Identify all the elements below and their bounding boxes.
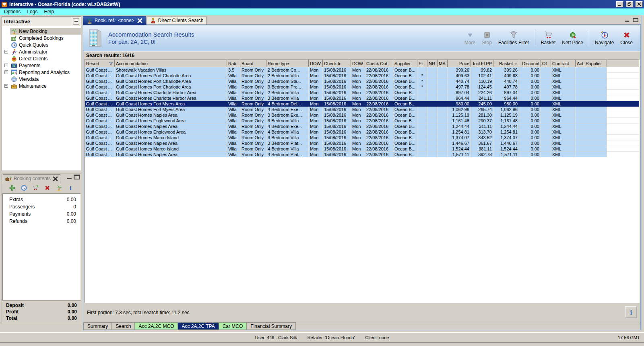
column-header-resort[interactable]: Resort (85, 60, 115, 67)
sidebar-item-new-booking[interactable]: New Booking (2, 28, 81, 35)
bottom-tab-search[interactable]: Search (112, 322, 135, 330)
sidebar-item-reporting-and-analytics[interactable]: +Reporting and Analytics (2, 69, 81, 76)
result-row[interactable]: Gulf Coast ...Gulf Coast Homes Englewood… (85, 129, 639, 135)
close-window-button[interactable] (636, 1, 643, 7)
plus-icon[interactable] (9, 185, 16, 191)
quick-quotes-icon[interactable] (21, 185, 27, 191)
result-row[interactable]: Gulf Coast ...Gulf Coast Homes Port Char… (85, 73, 639, 78)
tab-direct-clients-search[interactable]: Direct Clients Search (147, 16, 207, 25)
basket-button[interactable]: Basket (538, 30, 559, 46)
close-tab-icon[interactable] (137, 18, 143, 23)
minimize-view-button[interactable] (625, 17, 630, 23)
facilities-filter-button[interactable]: Facilities Filter (495, 30, 532, 46)
cell-of (541, 78, 551, 84)
bottom-tab-car-mco[interactable]: Car MCO (219, 322, 247, 330)
cell-rati: Villa (227, 124, 240, 129)
delete-icon[interactable] (44, 185, 51, 191)
column-label: Of (542, 61, 547, 66)
column-header-board[interactable]: Board (240, 60, 266, 67)
collapse-panel-button[interactable] (73, 19, 79, 24)
result-row[interactable]: Gulf Coast ...Gulf Coast Homes Fort Myer… (85, 107, 639, 112)
minimize-panel-button[interactable] (67, 174, 72, 179)
cell-check-out: 22/08/2016 (365, 152, 393, 157)
result-row[interactable]: Gulf Coast ...Gulf Coast Homes Port Char… (85, 84, 639, 90)
navigate-button[interactable]: Navigate (592, 30, 617, 46)
column-header-discount[interactable]: Discount (519, 60, 541, 67)
cell-contract: XML (551, 146, 576, 152)
column-header-er[interactable]: Er (417, 60, 427, 67)
column-header-incl-fl-pp[interactable]: Incl.Fl.PP (471, 60, 493, 67)
column-header-basket[interactable]: Basket (493, 60, 519, 67)
column-header-check-out[interactable]: Check Out (365, 60, 393, 67)
maximize-view-button[interactable] (633, 17, 638, 23)
result-row[interactable]: Gulf Coast ...Shorewalk Vacation Villas3… (85, 67, 639, 73)
column-header-price[interactable]: Price (448, 60, 471, 67)
column-header-contract[interactable]: Contract (551, 60, 576, 67)
info-button[interactable]: i (625, 306, 637, 318)
column-label: NR (429, 61, 435, 66)
cell-rati: Villa (227, 112, 240, 118)
minimize-window-button[interactable] (616, 1, 623, 7)
expand-icon[interactable]: + (4, 84, 8, 88)
bottom-tab-acc-2a-2c-tpa[interactable]: Acc 2A,2C TPA (178, 322, 219, 330)
sidebar-item-direct-clients[interactable]: Direct Clients (2, 55, 81, 62)
result-row[interactable]: Gulf Coast ...Gulf Coast Homes Englewood… (85, 118, 639, 124)
menu-item-logs[interactable]: Logs (24, 8, 41, 15)
flat-min-icon (66, 174, 73, 180)
result-row[interactable]: Gulf Coast ...Gulf Coast Homes Marco Isl… (85, 135, 639, 140)
cell-check-out: 22/08/2016 (365, 78, 393, 84)
close-button[interactable]: Close (617, 30, 636, 46)
column-header-rati[interactable]: Rati... (227, 60, 240, 67)
sidebar-item-completed-bookings[interactable]: Completed Bookings (2, 35, 81, 41)
cell-resort: Gulf Coast ... (85, 124, 115, 129)
expand-icon[interactable]: + (4, 64, 8, 67)
result-row[interactable]: Gulf Coast ...Gulf Coast Homes Port Char… (85, 78, 639, 84)
sidebar-item-payments[interactable]: +$Payments (2, 62, 81, 69)
cell-discount: 0.00 (519, 95, 541, 101)
booking-contents-tab[interactable]: Booking contents (3, 174, 60, 183)
move-to-basket-icon[interactable] (32, 185, 39, 191)
nett-price-button[interactable]: $Nett Price (559, 30, 586, 46)
result-row[interactable]: Gulf Coast ...Gulf Coast Homes Charlotte… (85, 90, 639, 95)
column-header-nr[interactable]: NR (427, 60, 438, 67)
cell-act-supplier (576, 107, 607, 112)
info-icon[interactable]: i (67, 185, 74, 191)
bottom-tab-summary[interactable]: Summary (83, 322, 112, 330)
column-header-supplier[interactable]: Supplier (393, 60, 417, 67)
menu-item-help[interactable]: Help (41, 8, 57, 15)
expand-icon[interactable]: + (4, 50, 8, 54)
cell-dow: Mon (309, 107, 323, 112)
cell-supplier: Ocean B... (393, 129, 417, 135)
result-row[interactable]: Gulf Coast ...Gulf Coast Homes Charlotte… (85, 95, 639, 101)
result-row[interactable]: Gulf Coast ...Gulf Coast Homes Naples Ar… (85, 152, 639, 157)
column-header-act-supplier[interactable]: Act. Supplier (576, 60, 607, 67)
result-row[interactable]: Gulf Coast ...Gulf Coast Homes Marco Isl… (85, 146, 639, 152)
sidebar-item-administrator[interactable]: +Administrator (2, 48, 81, 55)
result-row[interactable]: Gulf Coast ...Gulf Coast Homes Naples Ar… (85, 124, 639, 129)
column-header-ms[interactable]: MS (438, 60, 448, 67)
close-panel-icon[interactable] (52, 176, 58, 181)
restore-window-button[interactable] (626, 1, 633, 7)
column-header-check-in[interactable]: Check In (323, 60, 351, 67)
column-header-accommodation[interactable]: Accommodation (115, 60, 227, 67)
column-header-dow[interactable]: DOW (351, 60, 365, 67)
result-row[interactable]: Gulf Coast ...Gulf Coast Homes Naples Ar… (85, 112, 639, 118)
maximize-panel-button[interactable] (74, 174, 80, 179)
tab-book-ref-none[interactable]: Book. ref.: <none> (83, 16, 146, 25)
cell-room-type: 3 Bedroom Pre... (266, 84, 309, 90)
sidebar-item-viewdata[interactable]: Viewdata (2, 76, 81, 82)
sidebar-item-quick-quotes[interactable]: Quick Quotes (2, 41, 81, 48)
menu-item-options[interactable]: Options (1, 8, 24, 15)
result-row[interactable]: Gulf Coast ...Gulf Coast Homes Naples Ar… (85, 140, 639, 146)
bottom-tab-acc-2a-2c-mco[interactable]: Acc 2A,2C MCO (135, 322, 178, 330)
column-header-room-type[interactable]: Room type (266, 60, 309, 67)
column-label: DOW (352, 61, 363, 66)
result-row[interactable]: Gulf Coast ...Gulf Coast Homes Fort Myer… (85, 101, 639, 107)
palm-tree-icon[interactable] (56, 185, 62, 191)
bottom-tab-financial-summary[interactable]: Financial Summary (247, 322, 296, 330)
column-header-of[interactable]: Of (541, 60, 551, 67)
expand-icon[interactable]: + (4, 70, 8, 74)
cell-spacer (607, 84, 639, 90)
column-header-dow[interactable]: DOW (309, 60, 323, 67)
sidebar-item-maintenance[interactable]: +Maintenance (2, 82, 81, 89)
